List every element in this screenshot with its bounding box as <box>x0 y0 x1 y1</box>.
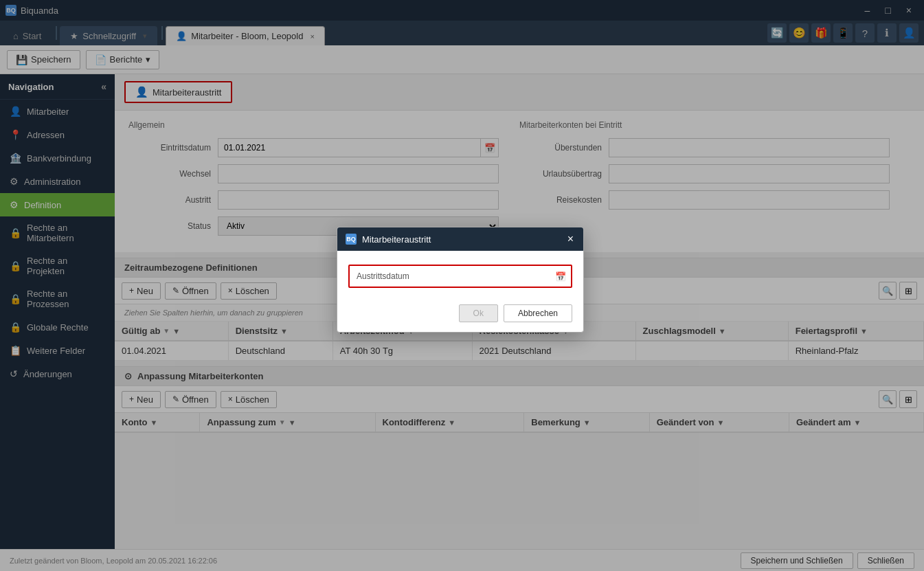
exit-person-icon: 👤 <box>135 86 148 98</box>
table-row[interactable]: 01.04.2021 Deutschland AT 40h 30 Tg 2021… <box>115 341 924 361</box>
zeitraum-columns-button[interactable]: ⊞ <box>899 282 917 300</box>
filter-icon-gueltig[interactable]: ▼ <box>172 327 180 335</box>
austrittsdatum-calendar-button[interactable]: 📅 <box>552 267 570 285</box>
edit2-icon: ✎ <box>172 394 179 404</box>
window-controls[interactable]: – □ × <box>858 2 919 19</box>
anpassung-table-area: + Neu ✎ Öffnen × Löschen 🔍 <box>115 386 924 433</box>
anpassung-search-button[interactable]: 🔍 <box>879 390 897 408</box>
filter-icon-bemerkung[interactable]: ▼ <box>583 418 591 427</box>
sort-icon-anpassung: ▼ <box>279 418 286 426</box>
sidebar-item-adressen[interactable]: 📍 Adressen <box>0 123 115 146</box>
bank-icon: 🏦 <box>10 153 21 164</box>
sidebar-item-weitere-felder[interactable]: 📋 Weitere Felder <box>0 339 115 362</box>
th-anpassung-zum: Anpassung zum▼▼ <box>200 413 375 432</box>
anpassung-loeschen-button[interactable]: × Löschen <box>221 391 277 408</box>
sidebar-item-aenderungen[interactable]: ↺ Änderungen <box>0 362 115 385</box>
sidebar-item-definition[interactable]: ⚙ Definition <box>0 193 115 216</box>
zeitraum-loeschen-button[interactable]: × Löschen <box>221 282 277 300</box>
cell-reisekostenklasse: 2021 Deutschland <box>472 341 635 361</box>
cell-feiertagsprofil: Rheinland-Pfalz <box>788 341 923 361</box>
modal-title-group: BQ Mitarbeiteraustritt <box>346 234 431 245</box>
sidebar-item-globale-rechte[interactable]: 🔒 Globale Rechte <box>0 315 115 339</box>
sidebar-title: Navigation <box>8 82 54 92</box>
filter-icon-dienstsitz[interactable]: ▼ <box>280 327 288 335</box>
user-icon-btn[interactable]: 👤 <box>899 23 919 43</box>
save-close-button[interactable]: Speichern und Schließen <box>741 552 853 569</box>
save-button[interactable]: 💾 Speichern <box>7 50 80 69</box>
filter-icon-kontodiff[interactable]: ▼ <box>448 418 455 427</box>
save-label: Speichern <box>31 54 71 65</box>
sidebar-item-administration-label: Administration <box>24 177 80 187</box>
sidebar-item-administration[interactable]: ⚙ Administration <box>0 170 115 193</box>
modal-ok-button[interactable]: Ok <box>459 304 498 322</box>
smiley-icon-btn[interactable]: 😊 <box>789 23 809 43</box>
gift-icon-btn[interactable]: 🎁 <box>811 23 831 43</box>
mobile-icon-btn[interactable]: 📱 <box>833 23 853 43</box>
anpassung-title: Anpassung Mitarbeiterkonten <box>137 371 263 381</box>
urlaubsuebertrag-input[interactable] <box>609 164 890 183</box>
mitarbeiteraustritt-button[interactable]: 👤 Mitarbeiteraustritt <box>124 81 232 103</box>
star-icon: ★ <box>70 31 78 41</box>
zeitraum-neu-button[interactable]: + Neu <box>122 282 161 300</box>
sort-icon: ▼ <box>163 327 170 335</box>
wechsel-input[interactable] <box>218 164 499 183</box>
sidebar-item-mitarbeiter[interactable]: 👤 Mitarbeiter <box>0 100 115 123</box>
anpassung-columns-button[interactable]: ⊞ <box>899 390 917 408</box>
reports-button[interactable]: 📄 Berichte ▾ <box>86 50 160 69</box>
minimize-button[interactable]: – <box>858 2 877 19</box>
lock1-icon: 🔒 <box>10 227 21 238</box>
sidebar-item-rechte-projekte[interactable]: 🔒 Rechte an Projekten <box>0 249 115 282</box>
filter-icon-zuschlag[interactable]: ▼ <box>719 327 726 335</box>
tab-mitarbeiter[interactable]: 👤 Mitarbeiter - Bloom, Leopold × <box>166 26 325 45</box>
anpassung-section-header: ⊙ Anpassung Mitarbeiterkonten <box>115 366 924 386</box>
zeitraum-oeffnen-button[interactable]: ✎ Öffnen <box>165 282 216 300</box>
schnellzugriff-tab-arrow[interactable]: ▾ <box>143 32 147 41</box>
modal-title-text: Mitarbeiteraustritt <box>362 234 431 245</box>
lock2-icon: 🔒 <box>10 260 21 271</box>
mitarbeiter-tab-close[interactable]: × <box>310 32 314 41</box>
filter-icon-feiertag[interactable]: ▼ <box>860 327 868 335</box>
refresh-icon-btn[interactable]: 🔄 <box>767 23 787 43</box>
close-button[interactable]: Schließen <box>857 552 914 569</box>
reisekosten-input[interactable] <box>609 190 890 210</box>
zeitraum-toolbar-right: 🔍 ⊞ <box>879 282 917 300</box>
austritt-input[interactable] <box>218 190 499 210</box>
th-bemerkung: Bemerkung▼ <box>524 413 649 432</box>
filter-icon-anpassung[interactable]: ▼ <box>289 418 296 427</box>
sidebar: Navigation « 👤 Mitarbeiter 📍 Adressen 🏦 … <box>0 74 115 549</box>
th-zuschlagsmodell: Zuschlagsmodell▼ <box>635 322 788 341</box>
ueberstunden-row: Überstunden <box>519 138 890 157</box>
titlebar: BQ Biquanda – □ × <box>0 0 924 21</box>
sidebar-collapse-button[interactable]: « <box>101 81 106 92</box>
mitarbeiteraustritt-label: Mitarbeiteraustritt <box>153 87 221 98</box>
filter-icon-geaendert-am[interactable]: ▼ <box>853 418 861 427</box>
eintrittsdatum-calendar-button[interactable]: 📅 <box>481 138 499 157</box>
ueberstunden-input[interactable] <box>609 138 890 157</box>
austrittsdatum-label: Austrittsdatum <box>351 269 427 284</box>
eintrittsdatum-input[interactable] <box>218 138 481 157</box>
sidebar-item-bankverbindung[interactable]: 🏦 Bankverbindung <box>0 146 115 170</box>
zeitraum-search-button[interactable]: 🔍 <box>879 282 897 300</box>
austrittsdatum-input[interactable] <box>427 267 552 285</box>
maximize-button[interactable]: □ <box>878 2 897 19</box>
reisekosten-label: Reisekosten <box>519 195 602 205</box>
edit-icon: ✎ <box>172 286 179 295</box>
sidebar-item-rechte-mitarbeiter[interactable]: 🔒 Rechte an Mitarbeitern <box>0 216 115 249</box>
help-icon-btn[interactable]: ? <box>855 23 875 43</box>
modal-cancel-button[interactable]: Abbrechen <box>504 304 572 322</box>
tab-start[interactable]: ⌂ Start <box>3 26 52 45</box>
close-window-button[interactable]: × <box>899 2 919 19</box>
filter-icon-konto[interactable]: ▼ <box>150 418 158 427</box>
sidebar-item-rechte-prozessen[interactable]: 🔒 Rechte an Prozessen <box>0 282 115 315</box>
wechsel-row: Wechsel <box>128 164 499 183</box>
urlaubsuebertrag-label: Urlaubsübertrag <box>519 169 602 179</box>
info-icon-btn[interactable]: ℹ <box>877 23 897 43</box>
tab-schnellzugriff[interactable]: ★ Schnellzugriff ▾ <box>60 26 157 45</box>
anpassung-loeschen-label: Löschen <box>236 394 269 405</box>
anpassung-collapse-icon[interactable]: ⊙ <box>124 371 132 381</box>
modal-close-button[interactable]: × <box>566 233 575 245</box>
anpassung-oeffnen-button[interactable]: ✎ Öffnen <box>165 391 216 408</box>
anpassung-neu-button[interactable]: + Neu <box>122 391 161 408</box>
zeitraum-title: Zeitraumbezogene Definitionen <box>124 262 258 273</box>
filter-icon-geaendert-von[interactable]: ▼ <box>717 418 725 427</box>
